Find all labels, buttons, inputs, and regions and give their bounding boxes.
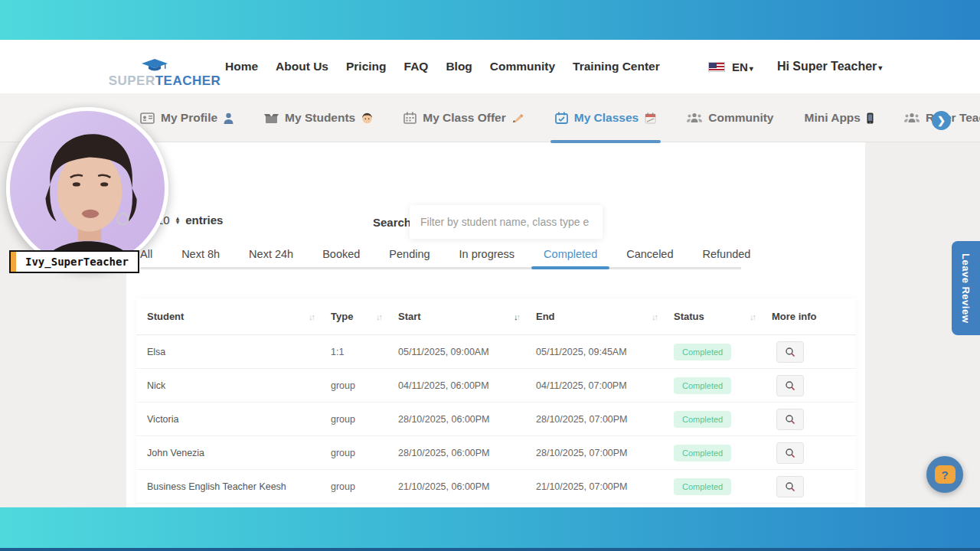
cell-type: group (331, 481, 398, 492)
sort-icon[interactable]: ↓↑ (750, 312, 755, 321)
presenter-name: Ivy_SuperTeacher (16, 252, 138, 272)
column-student: Student↓↑ (136, 311, 331, 322)
cell-student: Business English Teacher Keesh (136, 481, 331, 492)
user-menu[interactable]: Hi Super Teacher▾ (777, 60, 882, 73)
cell-end: 04/11/2025, 07:00PM (536, 380, 674, 391)
tab-booked[interactable]: Booked (322, 243, 360, 267)
search-input[interactable] (410, 205, 603, 239)
cell-end: 21/10/2025, 07:00PM (536, 481, 674, 492)
tab-completed[interactable]: Completed (544, 243, 597, 267)
table-row: John Venezia group 28/10/2025, 06:00PM 2… (136, 436, 856, 470)
subnav: My Profile My Students My Class Offer My… (140, 93, 980, 142)
table-header: Student↓↑ Type↓↑ Start↓↑ End↓↑ Status↓↑ … (136, 298, 856, 335)
cell-end: 05/11/2025, 09:45AM (536, 347, 674, 357)
logo[interactable]: SUPERTEACHER (119, 44, 211, 89)
more-info-button[interactable] (776, 442, 804, 464)
cell-type: group (331, 380, 398, 391)
calendar-check-icon (555, 112, 568, 124)
column-more-info: More info (772, 311, 856, 322)
subnav-my-students[interactable]: My Students (264, 93, 373, 142)
nav-home[interactable]: Home (225, 60, 258, 73)
subnav-community[interactable]: Community (687, 93, 773, 142)
table-row: Nick group 04/11/2025, 06:00PM 04/11/202… (136, 369, 856, 403)
more-info-button[interactable] (776, 476, 804, 497)
status-badge: Completed (674, 377, 731, 394)
status-badge: Completed (674, 411, 731, 428)
entries-stepper[interactable]: ▴▾ (176, 217, 180, 224)
sort-icon[interactable]: ↓↑ (309, 312, 314, 321)
cell-start: 28/10/2025, 06:00PM (398, 448, 536, 458)
logo-text: SUPERTEACHER (109, 73, 221, 89)
top-banner (0, 0, 980, 40)
sort-icon[interactable]: ↓↑ (652, 312, 657, 321)
name-tag-accent-bar (11, 252, 16, 272)
table-row: Victoria group 28/10/2025, 06:00PM 28/10… (136, 403, 856, 436)
spiral-calendar-icon (645, 112, 656, 124)
status-badge: Completed (674, 445, 731, 461)
people-group-icon (687, 112, 702, 123)
person-icon (224, 112, 234, 124)
nav-blog[interactable]: Blog (446, 60, 472, 73)
header-right: EN▾ Hi Super Teacher▾ (708, 40, 882, 93)
subnav-my-profile[interactable]: My Profile (140, 93, 234, 142)
sort-icon[interactable]: ↓↑ (376, 312, 381, 321)
tab-refunded[interactable]: Refunded (703, 243, 751, 267)
cell-student: Nick (136, 380, 331, 391)
presenter-name-tag: Ivy_SuperTeacher (9, 250, 139, 273)
cell-start: 28/10/2025, 06:00PM (398, 414, 536, 425)
tab-pending[interactable]: Pending (389, 243, 430, 267)
cell-start: 05/11/2025, 09:00AM (398, 347, 536, 357)
subnav-mini-apps[interactable]: Mini Apps (804, 93, 873, 142)
subnav-my-class-offer[interactable]: My Class Offer (403, 93, 524, 142)
students-box-icon (264, 112, 279, 124)
cell-type: group (331, 448, 398, 458)
id-card-icon (140, 112, 155, 124)
bottom-banner (0, 507, 980, 551)
subnav-scroll-right-button[interactable]: ❯ (932, 111, 951, 130)
sort-icon-active[interactable]: ↓↑ (514, 312, 519, 321)
chevron-down-icon: ▾ (750, 64, 753, 73)
subnav-my-classes[interactable]: My Classes (555, 93, 656, 142)
more-info-button[interactable] (776, 409, 804, 430)
help-button[interactable]: ? (926, 456, 963, 493)
tab-next-8h[interactable]: Next 8h (181, 243, 220, 267)
entries-label: entries (185, 214, 223, 227)
cell-student: Victoria (136, 414, 331, 425)
cell-end: 28/10/2025, 07:00PM (536, 414, 674, 425)
tab-in-progress[interactable]: In progress (459, 243, 515, 267)
cell-student: Elsa (136, 347, 331, 357)
more-info-button[interactable] (776, 341, 804, 363)
table-row: Business English Teacher Keesh group 21/… (136, 470, 856, 504)
nav-about-us[interactable]: About Us (276, 60, 328, 73)
nav-community[interactable]: Community (490, 60, 555, 73)
status-badge: Completed (674, 344, 731, 360)
question-mark-icon: ? (935, 465, 956, 484)
language-selector[interactable]: EN▾ (732, 60, 753, 73)
tab-canceled[interactable]: Canceled (626, 243, 673, 267)
search-label: Search: (373, 216, 415, 229)
mobile-phone-icon (867, 112, 874, 124)
people-group-icon (904, 112, 920, 123)
writing-hand-icon (512, 112, 524, 123)
classes-table: Student↓↑ Type↓↑ Start↓↑ End↓↑ Status↓↑ … (136, 298, 856, 507)
table-row: Elsa 1:1 05/11/2025, 09:00AM 05/11/2025,… (136, 335, 856, 369)
leave-review-button[interactable]: Leave Review (952, 241, 980, 335)
nav-faq[interactable]: FAQ (404, 60, 429, 73)
graduation-cap-icon (142, 59, 168, 73)
calendar-icon (403, 112, 416, 124)
main-nav: Home About Us Pricing FAQ Blog Community… (225, 40, 660, 93)
cell-type: group (331, 414, 398, 425)
cell-start: 21/10/2025, 06:00PM (398, 481, 536, 492)
us-flag-icon (708, 62, 725, 72)
cell-end: 28/10/2025, 07:00PM (536, 448, 674, 458)
status-badge: Completed (674, 478, 731, 495)
nav-training-center[interactable]: Training Center (573, 60, 660, 73)
cell-type: 1:1 (331, 347, 398, 357)
bottom-edge-line (0, 548, 980, 551)
nav-pricing[interactable]: Pricing (346, 60, 387, 73)
more-info-button[interactable] (776, 375, 804, 396)
column-end: End↓↑ (536, 311, 674, 322)
presenter-video (10, 111, 165, 266)
tab-next-24h[interactable]: Next 24h (249, 243, 293, 267)
boy-face-icon (361, 112, 373, 124)
